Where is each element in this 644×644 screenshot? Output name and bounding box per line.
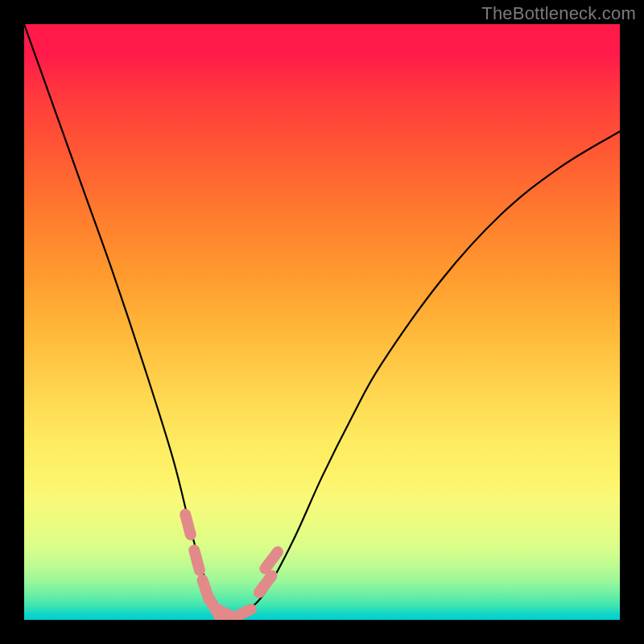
marker-group <box>185 514 278 618</box>
curve-marker <box>185 514 191 535</box>
curve-marker <box>194 550 200 570</box>
curve-marker <box>232 609 250 619</box>
plot-area <box>24 24 620 620</box>
curve-marker <box>265 552 278 569</box>
curve-marker <box>259 576 272 592</box>
chart-stage: TheBottleneck.com <box>0 0 644 644</box>
curve-svg <box>24 24 620 620</box>
bottleneck-curve <box>24 24 620 616</box>
watermark-text: TheBottleneck.com <box>481 3 636 24</box>
